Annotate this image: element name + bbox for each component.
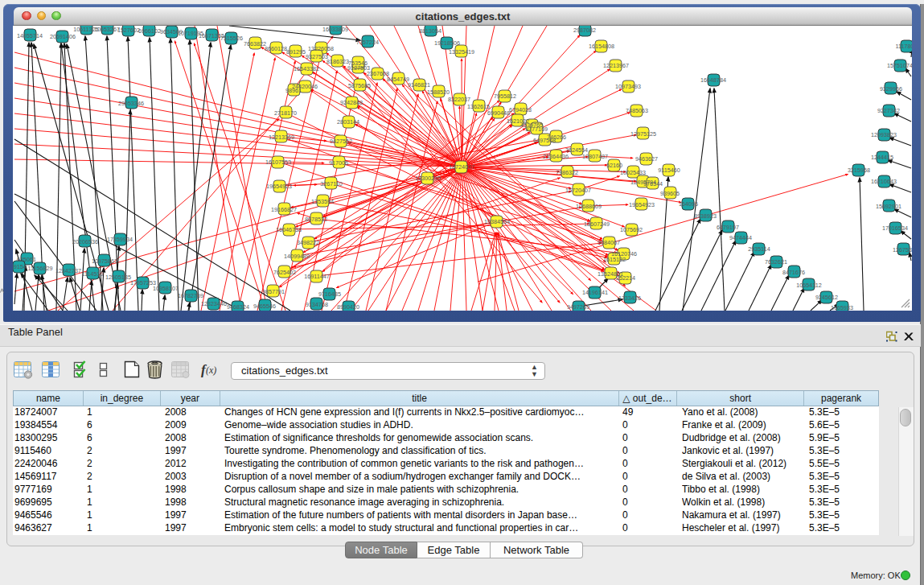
svg-text:2367608: 2367608 bbox=[367, 69, 389, 76]
svg-text:10653267: 10653267 bbox=[94, 26, 120, 33]
svg-text:1527602: 1527602 bbox=[117, 26, 140, 33]
svg-text:1353594: 1353594 bbox=[311, 197, 334, 204]
svg-text:9463627: 9463627 bbox=[635, 154, 658, 162]
svg-text:21364436: 21364436 bbox=[543, 152, 569, 159]
svg-text:19654923: 19654923 bbox=[629, 200, 655, 208]
svg-text:8660128: 8660128 bbox=[265, 44, 287, 51]
svg-text:10688609: 10688609 bbox=[576, 202, 602, 209]
svg-text:6479197: 6479197 bbox=[717, 223, 739, 230]
svg-text:19384554: 19384554 bbox=[484, 217, 510, 225]
svg-text:9474444: 9474444 bbox=[729, 233, 752, 241]
svg-text:8813054: 8813054 bbox=[419, 27, 441, 34]
svg-text:891295: 891295 bbox=[286, 47, 306, 55]
svg-text:9468324: 9468324 bbox=[227, 303, 249, 310]
svg-text:9327503: 9327503 bbox=[306, 52, 328, 60]
svg-text:9245612: 9245612 bbox=[815, 293, 838, 300]
svg-text:3215958: 3215958 bbox=[848, 166, 870, 173]
svg-text:(x): (x) bbox=[206, 365, 216, 376]
svg-text:12975125: 12975125 bbox=[630, 130, 656, 137]
svg-text:9427552: 9427552 bbox=[330, 137, 352, 144]
svg-text:39154: 39154 bbox=[13, 262, 27, 270]
svg-text:9084067: 9084067 bbox=[598, 238, 620, 245]
svg-text:5875685: 5875685 bbox=[348, 81, 371, 89]
svg-text:917006: 917006 bbox=[329, 159, 348, 166]
svg-text:2718170: 2718170 bbox=[274, 109, 297, 116]
svg-text:9465546: 9465546 bbox=[253, 302, 276, 309]
svg-text:9716485: 9716485 bbox=[318, 290, 341, 297]
svg-text:9115460: 9115460 bbox=[658, 166, 680, 173]
svg-text:8938923: 8938923 bbox=[694, 212, 717, 219]
svg-text:16911447: 16911447 bbox=[304, 272, 329, 279]
svg-text:3498222: 3498222 bbox=[297, 238, 319, 245]
svg-text:7955812: 7955812 bbox=[494, 92, 516, 99]
svg-text:9857791: 9857791 bbox=[262, 287, 285, 295]
svg-text:2935114: 2935114 bbox=[748, 245, 770, 252]
svg-text:2803144: 2803144 bbox=[337, 117, 359, 125]
svg-text:16210643: 16210643 bbox=[871, 177, 897, 184]
svg-text:16543382: 16543382 bbox=[294, 64, 319, 72]
svg-text:8186323: 8186323 bbox=[326, 57, 349, 64]
svg-text:16648784: 16648784 bbox=[700, 76, 726, 83]
svg-text:1733426: 1733426 bbox=[618, 294, 641, 301]
svg-text:1075692: 1075692 bbox=[620, 225, 643, 233]
svg-text:11156829: 11156829 bbox=[28, 264, 53, 271]
svg-text:12505135: 12505135 bbox=[105, 273, 131, 280]
svg-text:18300295: 18300295 bbox=[415, 174, 441, 181]
svg-text:9146821: 9146821 bbox=[408, 80, 430, 88]
svg-text:19654923: 19654923 bbox=[266, 182, 292, 189]
svg-text:10958107: 10958107 bbox=[153, 284, 179, 291]
svg-text:6794028: 6794028 bbox=[509, 105, 532, 113]
svg-text:7632621: 7632621 bbox=[765, 257, 787, 265]
svg-text:939605: 939605 bbox=[660, 189, 680, 196]
svg-text:8322037: 8322037 bbox=[448, 95, 470, 102]
svg-text:8454749: 8454749 bbox=[387, 75, 409, 82]
svg-text:7485063: 7485063 bbox=[626, 106, 648, 113]
svg-text:7625402: 7625402 bbox=[273, 268, 296, 275]
svg-text:976344: 976344 bbox=[643, 179, 663, 187]
svg-text:15751074: 15751074 bbox=[887, 61, 911, 68]
svg-text:19166827: 19166827 bbox=[271, 205, 297, 212]
svg-text:10025433: 10025433 bbox=[620, 168, 646, 175]
svg-text:16154808: 16154808 bbox=[589, 42, 614, 49]
svg-text:1244415: 1244415 bbox=[871, 153, 893, 160]
svg-text:15720407: 15720407 bbox=[565, 186, 591, 193]
svg-text:6966102: 6966102 bbox=[138, 27, 161, 34]
svg-text:13226058: 13226058 bbox=[308, 44, 334, 51]
svg-text:7663822: 7663822 bbox=[244, 39, 266, 47]
svg-text:12093823: 12093823 bbox=[871, 130, 897, 138]
svg-text:164095: 164095 bbox=[679, 200, 698, 207]
svg-text:12342737: 12342737 bbox=[55, 266, 81, 274]
svg-text:16046738: 16046738 bbox=[276, 225, 302, 233]
svg-text:9777169: 9777169 bbox=[525, 125, 548, 132]
svg-text:10975867: 10975867 bbox=[92, 257, 117, 264]
svg-text:252214: 252214 bbox=[616, 274, 635, 281]
svg-text:17359934: 17359934 bbox=[107, 235, 133, 242]
svg-text:746266: 746266 bbox=[547, 133, 566, 140]
svg-text:20206536: 20206536 bbox=[72, 237, 98, 245]
svg-text:8471676: 8471676 bbox=[782, 268, 805, 275]
svg-text:10973493: 10973493 bbox=[615, 82, 641, 89]
svg-text:1615132: 1615132 bbox=[603, 255, 626, 262]
svg-text:9329966: 9329966 bbox=[880, 84, 902, 92]
svg-text:9242848: 9242848 bbox=[340, 98, 363, 105]
svg-text:16107553: 16107553 bbox=[265, 158, 291, 165]
svg-text:62160: 62160 bbox=[606, 161, 622, 168]
svg-text:1117807: 1117807 bbox=[896, 42, 912, 49]
svg-text:8678532: 8678532 bbox=[305, 215, 327, 222]
svg-text:6990448: 6990448 bbox=[487, 109, 510, 116]
svg-text:19218506: 19218506 bbox=[434, 39, 460, 46]
svg-text:12323446: 12323446 bbox=[201, 299, 227, 307]
svg-text:10654112: 10654112 bbox=[796, 281, 821, 288]
svg-text:753546: 753546 bbox=[348, 59, 368, 66]
svg-text:12213967: 12213967 bbox=[603, 61, 629, 68]
svg-text:1588520: 1588520 bbox=[427, 88, 450, 95]
svg-text:9227342: 9227342 bbox=[877, 106, 900, 113]
svg-text:7515526: 7515526 bbox=[220, 34, 243, 41]
svg-text:7357224: 7357224 bbox=[356, 38, 379, 45]
svg-text:14196141: 14196141 bbox=[582, 288, 608, 295]
svg-text:8990420: 8990420 bbox=[337, 303, 359, 310]
svg-text:98961: 98961 bbox=[285, 86, 302, 93]
svg-text:1267533: 1267533 bbox=[893, 245, 911, 253]
svg-text:18607249: 18607249 bbox=[584, 220, 610, 227]
svg-text:13325419: 13325419 bbox=[449, 47, 474, 55]
